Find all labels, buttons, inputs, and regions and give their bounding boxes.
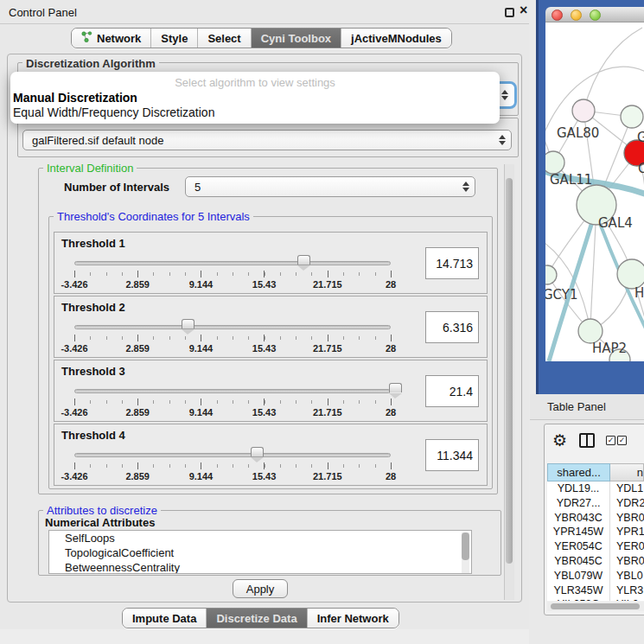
minimize-traffic-light[interactable] — [571, 10, 582, 21]
label-g-partial: G. — [637, 130, 644, 145]
zoom-traffic-light[interactable] — [590, 10, 601, 21]
close-icon[interactable]: × — [520, 3, 527, 18]
threshold-1-slider-thumb[interactable] — [297, 255, 310, 265]
label-gal4: GAL4 — [598, 215, 633, 231]
threshold-3-slider-track[interactable] — [74, 389, 391, 393]
panel-title: Control Panel — [9, 6, 77, 19]
threshold-3-value-field[interactable] — [425, 375, 479, 407]
tab-discretize-data[interactable]: Discretize Data — [206, 609, 306, 628]
label-gal11: GAL11 — [550, 172, 592, 188]
combo-arrows-icon — [461, 182, 475, 192]
numerical-attributes-list: SelfLoops TopologicalCoefficient Between… — [48, 530, 472, 574]
slider-scale: -3.426 2.859 9.144 15.43 21.715 28 — [74, 471, 391, 482]
threshold-4-value-field[interactable] — [425, 439, 479, 471]
threshold-3-slider-thumb[interactable] — [389, 383, 402, 392]
threshold-1-row: Threshold 1 -3.426 2.859 9.144 15.43 21.… — [54, 232, 488, 294]
label-hap2: HAP2 — [592, 341, 627, 356]
threshold-1-value-field[interactable] — [425, 247, 479, 279]
table-row[interactable]: YIL052C YIL0 — [547, 597, 644, 601]
popup-placeholder-item: Select algorithm to view settings — [10, 76, 500, 89]
combo-arrows-icon — [497, 135, 511, 145]
interval-definition-label: Interval Definition — [43, 162, 137, 175]
tab-style[interactable]: Style — [150, 29, 197, 48]
control-panel-titlebar: Control Panel — [0, 0, 529, 24]
list-item-topologicalcoefficient[interactable]: TopologicalCoefficient — [49, 545, 471, 560]
thresholds-group-label: Threshold's Coordinates for 5 Intervals — [54, 210, 253, 223]
number-of-intervals-combo[interactable]: 5 — [185, 176, 475, 197]
gear-icon[interactable]: ⚙ — [552, 430, 567, 450]
discretization-algorithm-label: Discretization Algorithm — [22, 57, 159, 70]
network-canvas[interactable]: GAL80 G. C GAL11 GAL4 GCY1 H HAP2 — [545, 22, 644, 361]
popup-option-manual-discretization[interactable]: Manual Discretization — [13, 91, 137, 105]
table-row[interactable]: YDL19... YDL1 — [547, 481, 644, 496]
bottom-strip — [0, 629, 529, 644]
app-root: Control Panel × Network Style Select Cy — [0, 0, 644, 644]
table-row[interactable]: YLR345W YLR3 — [547, 583, 644, 598]
float-window-icon[interactable] — [505, 8, 514, 17]
tab-select[interactable]: Select — [197, 29, 250, 48]
number-of-intervals-value: 5 — [186, 181, 461, 194]
slider-scale: -3.426 2.859 9.144 15.43 21.715 28 — [74, 279, 391, 290]
threshold-4-slider-track[interactable] — [74, 453, 391, 457]
attributes-group-label: Attributes to discretize — [43, 504, 161, 517]
bottom-tabs: Impute Data Discretize Data Infer Networ… — [122, 608, 399, 628]
number-of-intervals-label: Number of Intervals — [64, 181, 169, 194]
column-header-shared-name[interactable]: shared... — [547, 463, 610, 481]
table-data-combo[interactable]: galFiltered.sif default node — [22, 130, 512, 150]
tab-infer-network[interactable]: Infer Network — [307, 609, 399, 628]
list-scrollbar-thumb[interactable] — [462, 532, 469, 560]
threshold-2-slider-track[interactable] — [74, 325, 391, 329]
settings-scrollbar-thumb[interactable] — [506, 178, 513, 564]
label-gcy1: GCY1 — [545, 287, 578, 303]
column-layout-icon[interactable] — [579, 433, 595, 448]
table-row[interactable]: YER054C YER0 — [547, 539, 644, 554]
tab-impute-data[interactable]: Impute Data — [123, 609, 206, 628]
table-row[interactable]: YBL079W YBL0 — [547, 569, 644, 583]
tab-jactivemnodules[interactable]: jActiveMNodules — [341, 29, 451, 48]
table-row[interactable]: YBR043C YBR0 — [547, 511, 644, 526]
slider-scale: -3.426 2.859 9.144 15.43 21.715 28 — [74, 343, 391, 354]
table-row[interactable]: YPR145W YPR1 — [547, 525, 644, 539]
slider-ticks — [74, 336, 392, 340]
label-c-partial: C — [638, 161, 644, 176]
node-hap2[interactable] — [578, 319, 603, 343]
list-item-betweennesscentrality[interactable]: BetweennessCentrality — [49, 560, 471, 574]
popup-option-equal-width-frequency[interactable]: Equal Width/Frequency Discretization — [13, 105, 214, 119]
threshold-2-row: Threshold 2 -3.426 2.859 9.144 15.43 21.… — [54, 296, 488, 358]
node-gcy1[interactable] — [545, 265, 557, 284]
slider-ticks — [74, 272, 392, 276]
slider-ticks — [74, 400, 392, 404]
node-gal11[interactable] — [545, 151, 564, 174]
tab-network[interactable]: Network — [72, 29, 150, 48]
threshold-1-slider-track[interactable] — [74, 261, 391, 265]
node-table: shared... n YDL19... YDL1 YDR27... YDR2 … — [547, 463, 644, 601]
tab-cyni-toolbox[interactable]: Cyni Toolbox — [251, 29, 341, 48]
table-row[interactable]: YBR045C YBR0 — [547, 554, 644, 569]
column-header-name[interactable]: n — [610, 463, 644, 481]
threshold-4-slider-thumb[interactable] — [251, 447, 264, 456]
threshold-2-label: Threshold 2 — [61, 301, 125, 314]
node-top-right[interactable] — [621, 105, 643, 128]
list-item-selfloops[interactable]: SelfLoops — [49, 531, 471, 545]
node-gal80[interactable] — [572, 99, 595, 122]
threshold-3-row: Threshold 3 -3.426 2.859 9.144 15.43 21.… — [54, 360, 488, 422]
close-traffic-light[interactable] — [552, 10, 563, 21]
threshold-4-row: Threshold 4 -3.426 2.859 9.144 15.43 21.… — [54, 424, 488, 486]
checkbox-icon[interactable]: ✓ — [606, 436, 615, 445]
numerical-attributes-label: Numerical Attributes — [45, 516, 155, 529]
threshold-2-value-field[interactable] — [425, 311, 479, 343]
main-tabs: Network Style Select Cyni Toolbox jActiv… — [71, 28, 452, 48]
table-hscrollbar-thumb[interactable] — [551, 603, 640, 609]
apply-button[interactable]: Apply — [233, 579, 288, 598]
table-panel-title: Table Panel — [547, 400, 606, 413]
threshold-2-slider-thumb[interactable] — [182, 319, 194, 328]
threshold-3-label: Threshold 3 — [61, 365, 125, 378]
label-gal80: GAL80 — [557, 125, 599, 141]
node-h[interactable] — [617, 259, 644, 289]
table-header-row: shared... n — [547, 463, 644, 481]
table-row[interactable]: YDR27... YDR2 — [547, 496, 644, 511]
network-graph-icon — [81, 31, 92, 45]
network-graph: GAL80 G. C GAL11 GAL4 GCY1 H HAP2 — [545, 22, 644, 361]
checkbox-icon[interactable]: ✓ — [617, 436, 627, 445]
table-data-combo-value: galFiltered.sif default node — [23, 134, 497, 147]
